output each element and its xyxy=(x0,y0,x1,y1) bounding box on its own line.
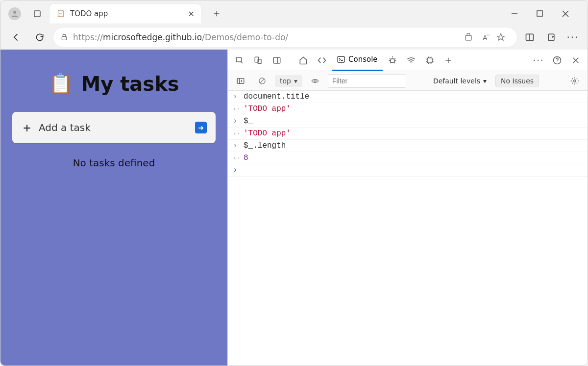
favorite-star-icon[interactable] xyxy=(496,33,505,42)
issues-bug-icon[interactable] xyxy=(384,52,401,69)
address-bar[interactable]: https://microsoftedge.github.io/Demos/de… xyxy=(53,27,517,47)
device-toggle-icon[interactable] xyxy=(249,52,267,69)
tab-favicon-icon: 📋 xyxy=(56,9,65,18)
devtools-panel: Console ··· xyxy=(227,50,588,366)
help-icon[interactable] xyxy=(548,52,566,69)
clear-console-icon[interactable] xyxy=(253,72,271,90)
new-tab-button[interactable] xyxy=(208,5,225,22)
collections-icon[interactable] xyxy=(542,28,560,46)
add-tab-icon[interactable] xyxy=(440,52,457,69)
url-text: https://microsoftedge.github.io/Demos/de… xyxy=(73,32,459,42)
tab-actions-icon[interactable] xyxy=(29,5,46,22)
no-tasks-message: No tasks defined xyxy=(12,157,216,169)
filter-input[interactable] xyxy=(328,74,406,88)
reader-favorite-group: A⁾⁾ xyxy=(478,28,510,46)
console-input-line: document.title xyxy=(228,91,588,103)
context-selector[interactable]: top ▾ xyxy=(275,75,302,87)
settings-more-icon[interactable]: ··· xyxy=(530,52,547,69)
shopping-icon[interactable] xyxy=(464,33,473,42)
input-caret-icon xyxy=(233,117,240,126)
prompt-caret-icon xyxy=(233,166,240,175)
plus-icon: ＋ xyxy=(21,120,33,135)
console-output-line: 'TODO app' xyxy=(228,103,588,115)
add-task-label: Add a task xyxy=(39,122,189,133)
console-text: 8 xyxy=(244,154,248,162)
welcome-tab-icon[interactable] xyxy=(294,52,312,69)
console-input-line: $_.length xyxy=(228,140,588,152)
dock-icon[interactable] xyxy=(268,52,286,69)
console-tab[interactable]: Console xyxy=(332,50,383,71)
main-split: 📋 My tasks ＋ Add a task ➜ No tasks defin… xyxy=(0,50,588,366)
elements-tab-icon[interactable] xyxy=(313,52,331,69)
input-caret-icon xyxy=(233,92,240,101)
live-expression-icon[interactable] xyxy=(306,72,324,90)
split-screen-icon[interactable] xyxy=(521,28,539,46)
log-levels-selector[interactable]: Default levels ▾ xyxy=(433,77,487,85)
add-task-field[interactable]: ＋ Add a task ➜ xyxy=(12,112,216,143)
devtools-close-button[interactable] xyxy=(567,52,585,69)
lock-icon xyxy=(60,33,68,41)
window-close-button[interactable] xyxy=(562,10,574,17)
svg-rect-3 xyxy=(62,37,66,40)
input-caret-icon xyxy=(233,141,240,150)
submit-task-button[interactable]: ➜ xyxy=(195,122,207,133)
output-caret-icon xyxy=(233,105,240,113)
browser-tab[interactable]: 📋 TODO app ✕ xyxy=(49,4,201,24)
svg-point-0 xyxy=(13,11,16,14)
todo-app: 📋 My tasks ＋ Add a task ➜ No tasks defin… xyxy=(0,50,227,366)
console-toolbar: top ▾ Default levels ▾ No Issues xyxy=(228,71,588,91)
back-button[interactable] xyxy=(6,27,26,47)
svg-rect-11 xyxy=(338,56,344,62)
context-label: top xyxy=(280,77,291,85)
tab-close-button[interactable]: ✕ xyxy=(188,9,195,19)
browser-tab-strip: 📋 TODO app ✕ xyxy=(0,0,588,25)
chevron-down-icon: ▾ xyxy=(294,77,297,85)
profile-avatar[interactable] xyxy=(8,7,21,20)
no-issues-button[interactable]: No Issues xyxy=(495,75,539,87)
svg-rect-1 xyxy=(34,11,40,17)
svg-rect-4 xyxy=(466,35,471,40)
refresh-button[interactable] xyxy=(30,27,49,47)
network-conditions-icon[interactable] xyxy=(402,52,420,69)
app-heading: 📋 My tasks xyxy=(12,72,216,95)
memory-icon[interactable] xyxy=(421,52,439,69)
inspect-icon[interactable] xyxy=(231,52,248,69)
app-title-text: My tasks xyxy=(81,73,179,95)
maximize-button[interactable] xyxy=(537,10,548,17)
console-output[interactable]: document.title'TODO app'$_'TODO app'$_.l… xyxy=(228,91,588,366)
svg-point-18 xyxy=(574,79,576,82)
output-caret-icon xyxy=(233,129,240,138)
console-text: 'TODO app' xyxy=(244,129,291,138)
console-text: $_.length xyxy=(244,141,286,150)
tab-title: TODO app xyxy=(70,9,183,18)
chevron-down-icon: ▾ xyxy=(483,77,487,85)
console-tab-label: Console xyxy=(348,55,378,64)
toggle-sidebar-icon[interactable] xyxy=(232,72,249,90)
console-text: document.title xyxy=(244,92,309,101)
svg-rect-10 xyxy=(273,57,280,63)
read-aloud-icon[interactable]: A⁾⁾ xyxy=(483,33,490,42)
levels-label: Default levels xyxy=(433,77,480,85)
devtools-tabbar: Console ··· xyxy=(228,50,588,71)
address-bar-row: https://microsoftedge.github.io/Demos/de… xyxy=(0,25,588,50)
svg-rect-13 xyxy=(427,58,432,63)
svg-point-12 xyxy=(390,58,394,62)
console-prompt[interactable] xyxy=(228,164,588,177)
console-settings-icon[interactable] xyxy=(566,72,584,90)
svg-rect-2 xyxy=(537,11,542,16)
minimize-button[interactable] xyxy=(511,10,523,17)
console-output-line: 'TODO app' xyxy=(228,128,588,140)
output-caret-icon xyxy=(233,154,240,162)
console-text: 'TODO app' xyxy=(244,105,291,113)
console-output-line: 8 xyxy=(228,152,588,164)
more-icon[interactable]: ··· xyxy=(564,28,582,46)
window-controls xyxy=(511,10,584,17)
svg-rect-6 xyxy=(548,34,554,40)
clipboard-icon: 📋 xyxy=(49,72,73,95)
console-input-line: $_ xyxy=(228,115,588,128)
svg-point-17 xyxy=(314,79,317,82)
console-text: $_ xyxy=(244,117,253,126)
svg-rect-15 xyxy=(237,78,244,83)
